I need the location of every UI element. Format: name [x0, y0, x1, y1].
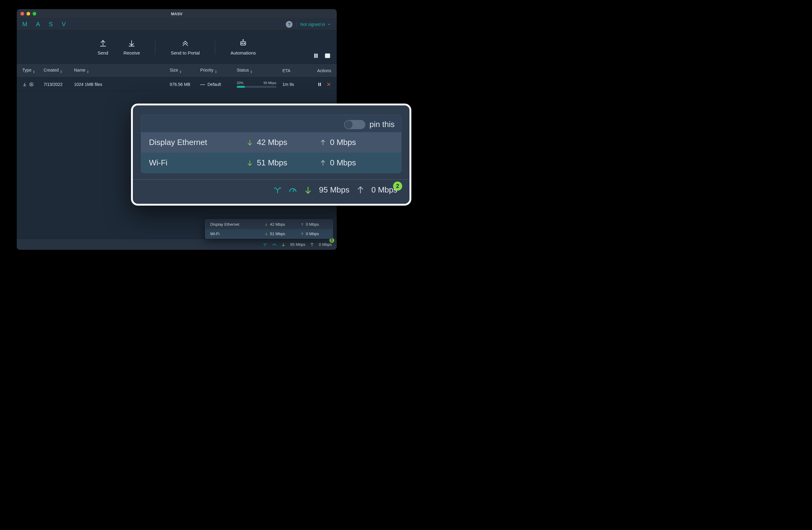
- progress-bar: [237, 86, 276, 88]
- network-popover-panel: pin this Display Ethernet 42 Mbps 0 Mbps…: [141, 115, 402, 173]
- progress-fill: [237, 86, 245, 88]
- col-size[interactable]: Size▲▼: [170, 68, 200, 74]
- speedometer-icon[interactable]: [289, 186, 297, 194]
- signin-menu[interactable]: Not signed in: [300, 22, 331, 27]
- svg-point-6: [243, 40, 244, 40]
- interface-down: 42 Mbps: [246, 138, 320, 147]
- col-actions: Actions: [310, 68, 331, 73]
- summary-badge: 2: [393, 181, 402, 191]
- automations-button[interactable]: Automations: [230, 39, 256, 56]
- signin-label: Not signed in: [300, 22, 325, 27]
- interface-row[interactable]: Display Ethernet 42 Mbps 0 Mbps: [141, 132, 401, 152]
- portal-icon: [181, 39, 189, 47]
- speedometer-icon[interactable]: [272, 242, 277, 247]
- svg-point-4: [244, 43, 245, 44]
- arrow-up-icon: [301, 232, 304, 236]
- interface-up: 0 Mbps: [301, 232, 328, 236]
- titlebar: MASV: [17, 9, 337, 18]
- col-priority[interactable]: Priority▲▼: [200, 68, 237, 74]
- summary-down: 95 Mbps: [319, 185, 349, 195]
- svg-rect-16: [320, 83, 321, 86]
- svg-rect-8: [317, 54, 318, 58]
- interface-name: Display Ethernet: [210, 222, 256, 226]
- close-window-button[interactable]: [20, 12, 24, 16]
- pin-toggle[interactable]: [344, 120, 365, 129]
- window-title: MASV: [17, 12, 337, 16]
- receive-button[interactable]: Receive: [124, 39, 140, 56]
- arrow-down-icon: [246, 139, 253, 146]
- network-mini-popover: Display Ethernet 42 Mbps 0 Mbps Wi-Fi 51…: [205, 219, 333, 239]
- statusbar-down: 95 Mbps: [290, 242, 305, 247]
- interface-up: 0 Mbps: [320, 158, 393, 167]
- statusbar: 95 Mbps 0 Mbps 2: [17, 239, 337, 250]
- interface-up: 0 Mbps: [301, 222, 328, 226]
- col-name[interactable]: Name▲▼: [74, 68, 170, 74]
- arrow-down-icon: [304, 186, 312, 194]
- download-arrow-icon: [22, 82, 27, 87]
- mini-popover-row: Wi-Fi 51 Mbps 0 Mbps: [205, 229, 333, 238]
- svg-line-23: [274, 244, 275, 245]
- interface-name: Wi-Fi: [210, 232, 256, 236]
- col-eta: ETA: [282, 68, 310, 73]
- col-status[interactable]: Status▲▼: [237, 68, 282, 74]
- arrow-up-icon: [320, 160, 326, 166]
- brand-logo: M A S V: [22, 21, 70, 28]
- portal-label: Send to Portal: [171, 50, 200, 56]
- pause-button[interactable]: [317, 82, 322, 87]
- main-toolbar: Send Receive Send to Portal Automations: [17, 30, 337, 64]
- toggle-knob: [345, 121, 352, 129]
- send-to-portal-button[interactable]: Send to Portal: [171, 39, 200, 56]
- progress-pct: 20%: [237, 81, 244, 85]
- interface-row[interactable]: Wi-Fi 51 Mbps 0 Mbps: [141, 152, 401, 173]
- user-icon: [29, 82, 34, 87]
- interface-name: Display Ethernet: [149, 138, 246, 147]
- window-controls: [20, 12, 36, 16]
- interface-up: 0 Mbps: [320, 138, 393, 147]
- svg-point-3: [242, 43, 243, 44]
- mini-popover-row: Display Ethernet 42 Mbps 0 Mbps: [205, 220, 333, 229]
- table-header: Type▲▼ Created▲▼ Name▲▼ Size▲▼ Priority▲…: [17, 64, 337, 77]
- arrow-up-icon: [309, 242, 315, 247]
- toolbar-right: [313, 53, 331, 59]
- interface-down: 42 Mbps: [264, 222, 292, 226]
- svg-point-14: [31, 83, 32, 84]
- svg-rect-9: [325, 54, 330, 58]
- arrow-down-icon: [246, 160, 253, 166]
- interface-name: Wi-Fi: [149, 158, 246, 167]
- pause-all-icon[interactable]: [313, 53, 319, 59]
- arrow-down-icon: [281, 242, 286, 247]
- arrow-down-icon: [264, 223, 268, 226]
- network-branch-icon[interactable]: [273, 186, 282, 194]
- send-button[interactable]: Send: [98, 39, 108, 56]
- help-icon[interactable]: ?: [286, 21, 292, 28]
- network-branch-icon[interactable]: [263, 242, 267, 247]
- header-right: ? Not signed in: [286, 21, 331, 28]
- columns-icon[interactable]: [324, 53, 331, 59]
- priority-default-icon: [200, 84, 205, 85]
- receive-label: Receive: [124, 50, 140, 56]
- minimize-window-button[interactable]: [27, 12, 30, 16]
- svg-line-30: [293, 189, 295, 192]
- row-eta: 1m 9s: [282, 82, 310, 87]
- cancel-button[interactable]: [326, 82, 331, 87]
- arrow-up-icon: [301, 223, 304, 226]
- interface-down: 51 Mbps: [264, 232, 292, 236]
- chevron-down-icon: [327, 22, 331, 27]
- arrow-down-icon: [264, 232, 268, 236]
- pin-row: pin this: [141, 115, 401, 132]
- pin-label: pin this: [369, 120, 395, 129]
- arrow-up-icon: [356, 186, 365, 194]
- col-type[interactable]: Type▲▼: [22, 68, 44, 74]
- col-created[interactable]: Created▲▼: [44, 68, 74, 74]
- maximize-window-button[interactable]: [33, 12, 36, 16]
- interface-down: 51 Mbps: [246, 158, 320, 167]
- statusbar-up: 0 Mbps: [319, 242, 332, 247]
- automations-label: Automations: [230, 50, 256, 56]
- svg-rect-15: [318, 83, 319, 86]
- arrow-up-icon: [320, 139, 326, 146]
- table-row[interactable]: 7/13/2022 1024 1MB files 976.56 MB Defau…: [17, 77, 337, 91]
- row-priority: Default: [200, 82, 237, 87]
- row-status: 20% 95 Mbps: [237, 81, 282, 88]
- row-size: 976.56 MB: [170, 82, 200, 87]
- row-name: 1024 1MB files: [74, 82, 170, 87]
